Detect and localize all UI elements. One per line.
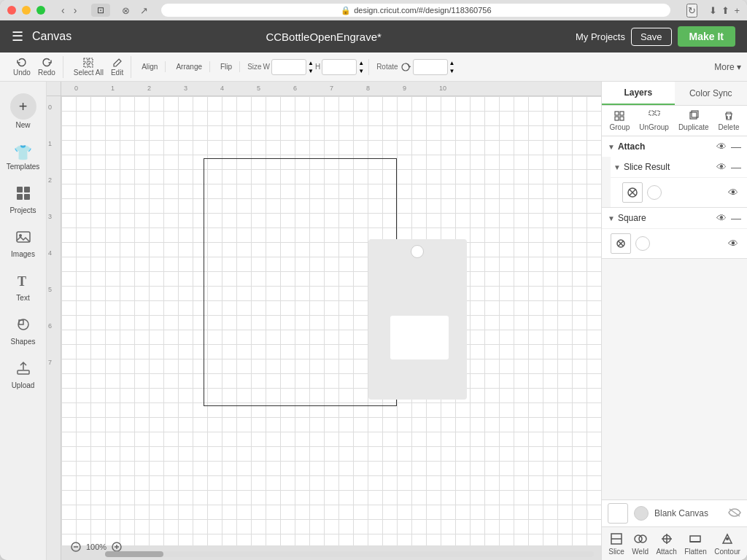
svg-point-42 [726, 537, 729, 540]
share-action-button[interactable]: ⬆ [721, 5, 729, 16]
svg-rect-1 [89, 58, 93, 62]
new-button[interactable]: + [10, 93, 36, 120]
share-icon: ↗ [140, 5, 148, 16]
arrange-group: Arrange [169, 61, 210, 72]
rotate-input[interactable] [413, 59, 448, 75]
slice-result-thumb [622, 182, 643, 203]
square-circle [635, 236, 650, 251]
close-window-button[interactable] [7, 6, 16, 15]
width-input[interactable] [271, 59, 306, 75]
width-down-button[interactable]: ▼ [308, 67, 314, 75]
height-up-button[interactable]: ▲ [358, 59, 364, 67]
sidebar-item-images[interactable]: Images [3, 223, 44, 264]
rotate-up-button[interactable]: ▲ [449, 59, 455, 67]
bottle-hole [411, 245, 424, 258]
weld-button[interactable]: Weld [632, 532, 649, 556]
svg-rect-40 [690, 536, 700, 542]
design-rectangle[interactable] [204, 158, 397, 406]
undo-button[interactable]: Undo [10, 56, 34, 78]
maximize-window-button[interactable] [36, 6, 45, 15]
svg-rect-20 [615, 112, 619, 115]
url-bar[interactable]: 🔒 design.cricut.com/#/design/118360756 [161, 4, 670, 17]
svg-rect-7 [17, 194, 23, 200]
contour-button[interactable]: Contour [714, 532, 740, 556]
menu-icon[interactable]: ☰ [12, 28, 23, 44]
scrollbar-thumb[interactable] [105, 551, 163, 557]
bookmark-icon: ⊗ [122, 5, 130, 16]
flatten-button[interactable]: Flatten [684, 532, 707, 556]
size-group: Size W ▲▼ H ▲▼ [243, 59, 369, 75]
attach-tool-button[interactable]: Attach [656, 532, 676, 556]
svg-rect-26 [690, 112, 697, 119]
slice-result-item: 👁 [611, 177, 747, 207]
slice-result-visibility-button[interactable]: 👁 [716, 161, 727, 173]
square-layer-item: 👁 [602, 228, 747, 258]
delete-button[interactable]: Delete [719, 110, 740, 131]
zoom-out-button[interactable] [69, 540, 83, 554]
color-sync-tab[interactable]: Color Sync [675, 82, 748, 105]
square-visibility-button[interactable]: 👁 [716, 212, 727, 224]
more-button[interactable]: More ▾ [714, 62, 741, 72]
images-label: Images [11, 250, 35, 258]
header-actions: My Projects Save Make It [576, 26, 735, 47]
grid-background [61, 96, 601, 545]
app-title: Canvas [32, 30, 71, 43]
horizontal-scrollbar[interactable] [105, 551, 594, 557]
slice-result-eye-button[interactable]: 👁 [728, 187, 738, 198]
sidebar-item-new[interactable]: + New [3, 88, 44, 135]
sidebar-item-upload[interactable]: Upload [3, 354, 44, 395]
layers-tab[interactable]: Layers [602, 82, 675, 105]
make-it-button[interactable]: Make It [678, 26, 735, 47]
width-up-button[interactable]: ▲ [308, 59, 314, 67]
flip-button[interactable]: Flip [217, 61, 235, 72]
ungroup-button[interactable]: UnGroup [639, 110, 669, 131]
new-tab-button[interactable]: + [734, 5, 740, 16]
bottle-label-area [390, 316, 449, 359]
sidebar-item-templates[interactable]: 👕 Templates [3, 138, 44, 176]
arrange-button[interactable]: Arrange [173, 61, 205, 72]
slice-result-more-button[interactable]: — [731, 161, 741, 173]
align-button[interactable]: Align [139, 61, 160, 72]
svg-rect-23 [620, 117, 624, 120]
slice-result-header: ▼ Slice Result 👁 — [611, 157, 747, 177]
slice-result-circle [647, 185, 662, 200]
height-down-button[interactable]: ▼ [358, 67, 364, 75]
attach-visibility-button[interactable]: 👁 [716, 141, 727, 152]
select-group: Select All Edit [66, 56, 131, 78]
sidebar-item-projects[interactable]: Projects [3, 179, 44, 220]
svg-rect-3 [89, 63, 93, 67]
ruler-horizontal: 0 1 2 3 4 5 6 7 8 9 10 [61, 82, 601, 96]
sidebar-item-shapes[interactable]: Shapes [3, 311, 44, 351]
square-eye-button[interactable]: 👁 [728, 238, 738, 249]
reload-button[interactable]: ↻ [686, 4, 697, 18]
select-all-button[interactable]: Select All [71, 56, 107, 78]
upload-icon [15, 360, 31, 380]
forward-button[interactable]: › [71, 4, 80, 16]
shapes-label: Shapes [11, 338, 36, 346]
slice-result-chevron: ▼ [614, 163, 621, 171]
minimize-window-button[interactable] [22, 6, 31, 15]
edit-button[interactable]: Edit [108, 56, 126, 78]
rotate-down-button[interactable]: ▼ [449, 67, 455, 75]
save-button[interactable]: Save [631, 28, 672, 46]
height-input[interactable] [322, 59, 357, 75]
canvas-footer: Blank Canvas [602, 499, 747, 526]
duplicate-button[interactable]: Duplicate [678, 110, 709, 131]
sidebar-item-text[interactable]: T Text [3, 267, 44, 308]
bottle-shape [368, 239, 467, 400]
slice-button[interactable]: Slice [608, 532, 624, 556]
group-button[interactable]: Group [610, 110, 630, 131]
slice-result-label: Slice Result [624, 162, 713, 172]
square-more-button[interactable]: — [731, 212, 741, 224]
attach-more-button[interactable]: — [731, 141, 741, 152]
canvas-area[interactable]: 0 1 2 3 4 5 6 7 8 9 10 0 1 2 3 4 5 6 [47, 82, 601, 560]
my-projects-button[interactable]: My Projects [576, 31, 625, 42]
undo-redo-group: Undo Redo [6, 56, 63, 78]
redo-button[interactable]: Redo [35, 56, 58, 78]
left-sidebar: + New 👕 Templates Projects Images [0, 82, 47, 560]
svg-rect-0 [84, 58, 88, 62]
attach-chevron: ▼ [608, 143, 615, 151]
back-button[interactable]: ‹ [58, 4, 68, 16]
canvas-hidden-eye-button[interactable] [728, 508, 741, 519]
downloads-button[interactable]: ⬇ [709, 5, 717, 16]
